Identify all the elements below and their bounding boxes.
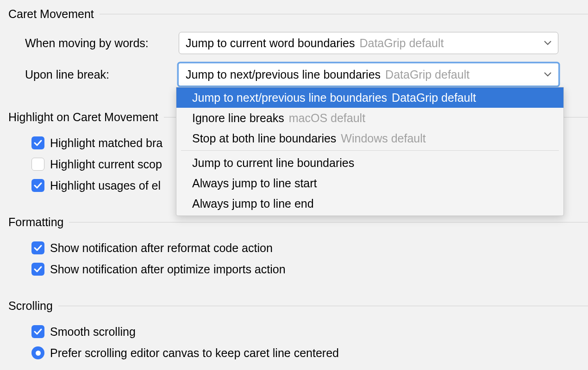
- section-header-scrolling: Scrolling: [0, 299, 588, 313]
- row-line-break: Upon line break: Jump to next/previous l…: [0, 63, 588, 86]
- checkbox-usages[interactable]: [31, 179, 44, 192]
- select-value: Jump to next/previous line boundaries: [186, 68, 381, 81]
- section-title: Highlight on Caret Movement: [8, 111, 158, 124]
- checkbox-row-smooth[interactable]: Smooth scrolling: [0, 321, 588, 342]
- select-hint: DataGrip default: [385, 68, 469, 81]
- row-moving-words: When moving by words: Jump to current wo…: [0, 32, 588, 54]
- radio-prefer-center[interactable]: [31, 346, 44, 359]
- section-title: Caret Movement: [8, 7, 94, 21]
- dropdown-item-jump-next-prev[interactable]: Jump to next/previous line boundaries Da…: [176, 87, 563, 108]
- dropdown-item-current-line[interactable]: Jump to current line boundaries: [176, 153, 563, 173]
- checkbox-label: Smooth scrolling: [50, 325, 136, 339]
- chevron-down-icon: [544, 72, 551, 77]
- checkbox-row-reformat[interactable]: Show notification after reformat code ac…: [0, 237, 588, 259]
- checkbox-smooth[interactable]: [31, 325, 44, 338]
- section-rule: [69, 222, 588, 222]
- checkbox-label: Highlight usages of el: [50, 179, 161, 192]
- section-rule: [100, 14, 588, 14]
- checkbox-matched-brace[interactable]: [31, 136, 44, 149]
- checkbox-optimize[interactable]: [31, 263, 44, 276]
- dropdown-item-label: Ignore line breaks: [192, 111, 284, 125]
- dropdown-item-label: Jump to next/previous line boundaries: [192, 91, 387, 105]
- dropdown-item-label: Always jump to line end: [192, 197, 314, 210]
- radio-label: Prefer scrolling editor canvas to keep c…: [50, 346, 339, 360]
- checkbox-reformat[interactable]: [31, 241, 44, 254]
- checkbox-label: Show notification after reformat code ac…: [50, 241, 273, 255]
- label-moving-words: When moving by words:: [25, 37, 179, 50]
- dropdown-item-ignore[interactable]: Ignore line breaks macOS default: [176, 108, 563, 128]
- select-moving-words[interactable]: Jump to current word boundaries DataGrip…: [179, 32, 558, 54]
- dropdown-item-hint: macOS default: [289, 111, 365, 125]
- dropdown-item-line-end[interactable]: Always jump to line end: [176, 193, 563, 214]
- radio-row-prefer-center[interactable]: Prefer scrolling editor canvas to keep c…: [0, 342, 588, 364]
- checkbox-row-optimize[interactable]: Show notification after optimize imports…: [0, 259, 588, 280]
- dropdown-separator: [181, 150, 559, 151]
- section-header-caret-movement: Caret Movement: [0, 7, 588, 21]
- label-line-break: Upon line break:: [25, 68, 179, 81]
- dropdown-item-hint: Windows default: [341, 132, 425, 145]
- section-header-formatting: Formatting: [0, 216, 588, 229]
- dropdown-item-line-start[interactable]: Always jump to line start: [176, 173, 563, 193]
- dropdown-item-label: Stop at both line boundaries: [192, 132, 336, 145]
- dropdown-item-label: Always jump to line start: [192, 177, 317, 190]
- dropdown-line-break-options: Jump to next/previous line boundaries Da…: [176, 87, 564, 216]
- select-hint: DataGrip default: [359, 37, 444, 50]
- dropdown-item-hint: DataGrip default: [392, 91, 476, 105]
- select-value: Jump to current word boundaries: [186, 37, 355, 50]
- checkbox-label: Highlight matched bra: [50, 136, 163, 150]
- chevron-down-icon: [544, 41, 551, 45]
- section-rule: [58, 306, 588, 306]
- section-title: Scrolling: [8, 299, 53, 313]
- dropdown-item-label: Jump to current line boundaries: [192, 156, 354, 170]
- checkbox-current-scope[interactable]: [31, 158, 44, 171]
- checkbox-label: Show notification after optimize imports…: [50, 263, 286, 276]
- dropdown-item-both-boundaries[interactable]: Stop at both line boundaries Windows def…: [176, 128, 563, 148]
- section-title: Formatting: [8, 216, 63, 229]
- checkbox-label: Highlight current scop: [50, 158, 162, 171]
- select-line-break[interactable]: Jump to next/previous line boundaries Da…: [179, 63, 558, 86]
